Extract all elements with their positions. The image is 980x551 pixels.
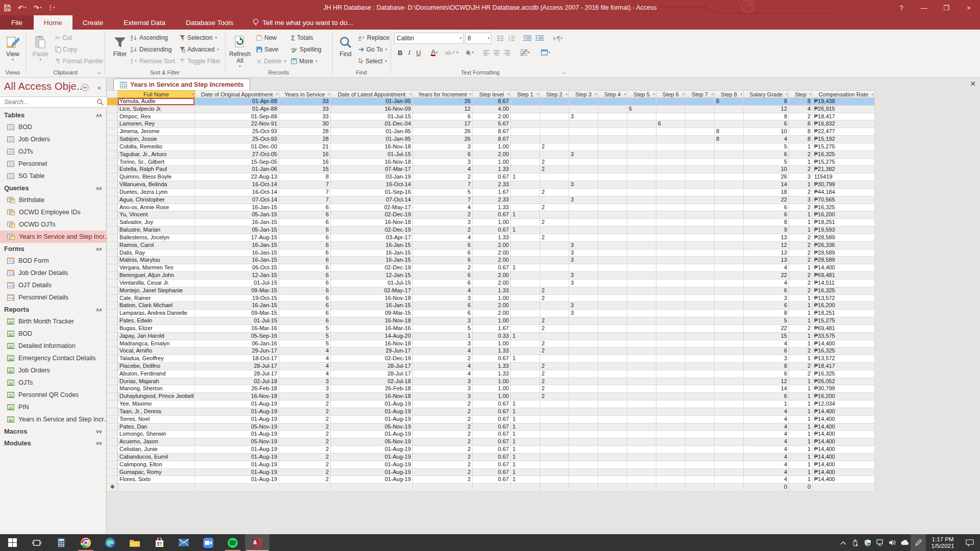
cell[interactable] <box>627 325 656 333</box>
cell[interactable]: Cale, Rainer <box>118 295 195 303</box>
cell[interactable] <box>627 159 656 166</box>
cell[interactable]: 4 <box>744 280 789 287</box>
cell[interactable]: 09-Mar-15 <box>331 310 413 317</box>
cell[interactable] <box>685 151 715 159</box>
cell[interactable]: 01-Aug-19 <box>195 461 279 469</box>
cell[interactable]: 01-Jan-95 <box>331 136 413 143</box>
cell[interactable]: 12 <box>744 378 789 386</box>
cell[interactable] <box>656 106 685 113</box>
cell[interactable]: Ramos, Carol <box>118 242 195 249</box>
cell[interactable] <box>627 113 656 121</box>
cell[interactable]: 6 <box>744 370 789 378</box>
cell[interactable]: 14 <box>744 181 789 189</box>
cell[interactable]: 06-Oct-15 <box>195 264 279 272</box>
font-size-combo[interactable]: 8▾ <box>465 33 492 44</box>
cell[interactable]: 6 <box>413 272 473 280</box>
cell[interactable]: Balustre, Marian <box>118 227 195 234</box>
cell[interactable] <box>685 98 715 106</box>
cell[interactable] <box>656 227 685 234</box>
cell[interactable]: 3 <box>413 219 473 227</box>
cell[interactable]: 6 <box>279 317 331 325</box>
cell[interactable]: 03-Apr-17 <box>331 234 413 242</box>
nav-item-job-order-details[interactable]: Job Order Details <box>0 267 107 279</box>
cell[interactable]: 4 <box>744 431 789 438</box>
cell[interactable]: ₱13,572 <box>813 355 875 363</box>
cell[interactable] <box>685 166 715 173</box>
cell[interactable]: 1 <box>413 333 473 340</box>
cell[interactable]: 01-Apr-88 <box>195 106 279 113</box>
cell[interactable]: 2 <box>540 370 569 378</box>
nav-item-ojt-details[interactable]: OJT Details <box>0 279 107 291</box>
cell[interactable] <box>715 484 744 491</box>
cell[interactable] <box>511 310 540 317</box>
paragraph-marks-button[interactable]: ⊧¶▾ <box>550 33 566 44</box>
cell[interactable] <box>627 257 656 264</box>
cell[interactable]: 1 <box>789 416 813 423</box>
cell[interactable]: 2 <box>540 159 569 166</box>
cell[interactable]: 02-Dec-19 <box>331 211 413 219</box>
cell[interactable]: 16-Jan-15 <box>195 302 279 310</box>
cell[interactable]: 16 <box>279 151 331 159</box>
cell[interactable]: 01-Aug-19 <box>331 476 413 484</box>
cell[interactable] <box>598 355 627 363</box>
cell[interactable]: 2 <box>279 408 331 416</box>
taskbar-spotify-icon[interactable] <box>220 534 245 551</box>
cell[interactable]: 6 <box>279 211 331 219</box>
cell[interactable]: ₱19,438 <box>813 98 875 106</box>
cell[interactable] <box>715 431 744 438</box>
cell[interactable] <box>627 476 656 484</box>
cell[interactable] <box>511 98 540 106</box>
cell[interactable]: Jimena, Jerome <box>118 128 195 136</box>
cell[interactable]: ₱22,477 <box>813 128 875 136</box>
row-selector[interactable] <box>107 355 118 363</box>
cell[interactable] <box>569 143 598 151</box>
cell[interactable] <box>598 272 627 280</box>
cell[interactable] <box>598 310 627 317</box>
cell[interactable] <box>715 249 744 257</box>
cell[interactable]: 4 <box>744 408 789 416</box>
column-dropdown-icon[interactable]: ▾ <box>809 92 811 96</box>
cell[interactable] <box>569 333 598 340</box>
nav-section-forms[interactable]: Forms∧∧ <box>0 243 107 255</box>
cell[interactable] <box>685 302 715 310</box>
cell[interactable]: 1 <box>511 211 540 219</box>
cell[interactable] <box>540 211 569 219</box>
cell[interactable] <box>511 159 540 166</box>
cell[interactable] <box>715 257 744 264</box>
column-header-step-8[interactable]: Step 8▾ <box>715 90 744 98</box>
cell[interactable]: 28-Jul-17 <box>331 363 413 370</box>
restore-button[interactable]: ❐ <box>935 0 958 15</box>
cell[interactable]: 6 <box>279 234 331 242</box>
nav-item-bod[interactable]: BOD <box>0 328 107 340</box>
cell[interactable]: 07-Oct-14 <box>195 196 279 204</box>
cell[interactable]: 1 <box>789 302 813 310</box>
cell[interactable]: 01-Aug-19 <box>195 446 279 454</box>
cell[interactable]: 2.33 <box>473 181 511 189</box>
cell[interactable]: 22 <box>744 325 789 333</box>
cell[interactable] <box>627 98 656 106</box>
cell[interactable] <box>598 438 627 446</box>
cell[interactable]: 1 <box>789 159 813 166</box>
cell[interactable]: 26 <box>413 98 473 106</box>
cell[interactable]: 2 <box>279 454 331 461</box>
cell[interactable]: 01-Aug-19 <box>195 469 279 477</box>
minimize-button[interactable]: — <box>913 0 935 15</box>
cell[interactable]: 1.33 <box>473 204 511 212</box>
nav-section-macros[interactable]: Macros∨∨ <box>0 425 107 437</box>
row-selector[interactable] <box>107 159 118 166</box>
cell[interactable] <box>569 98 598 106</box>
cell[interactable] <box>656 196 685 204</box>
cell[interactable] <box>715 416 744 423</box>
tab-database-tools[interactable]: Database Tools <box>176 15 243 30</box>
find-button[interactable]: Find <box>334 32 357 68</box>
background-color-button[interactable]: ▾ <box>461 47 477 58</box>
cell[interactable]: ₱18,417 <box>813 113 875 121</box>
row-selector[interactable] <box>107 204 118 212</box>
cell[interactable]: 2 <box>413 227 473 234</box>
cell[interactable]: 0.33 <box>473 333 511 340</box>
cell[interactable] <box>715 469 744 477</box>
cell[interactable]: ₱30,799 <box>813 385 875 393</box>
cell[interactable]: ₱14,400 <box>813 461 875 469</box>
cell[interactable]: Placebe, Delifno <box>118 363 195 370</box>
cell[interactable]: 1 <box>789 227 813 234</box>
